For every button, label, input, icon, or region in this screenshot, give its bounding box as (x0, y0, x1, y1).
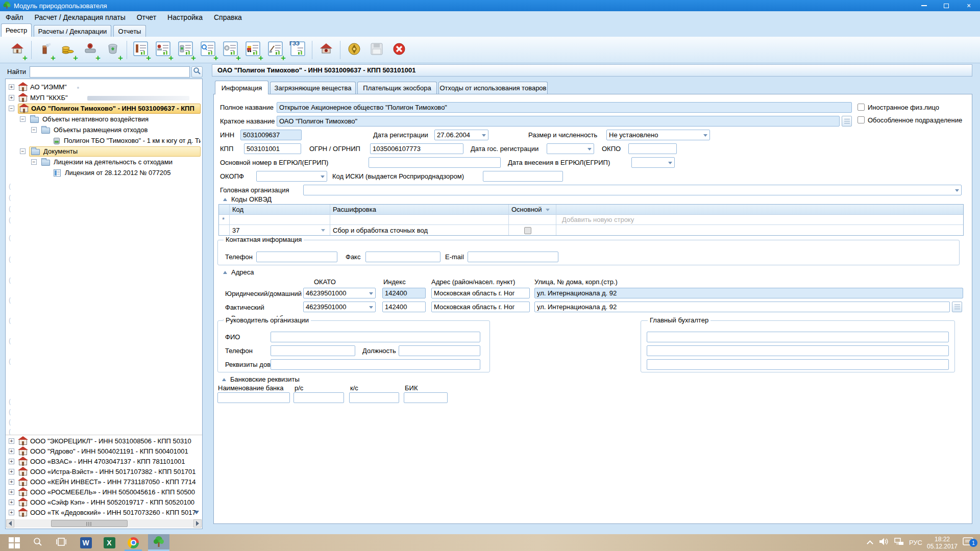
add-organization-button[interactable]: + (6, 39, 29, 61)
scroll-right-button[interactable] (193, 519, 202, 528)
add-waste-site-button[interactable]: + (102, 39, 124, 61)
tree-item-org[interactable]: +ООО «РОСМЕБЕЛЬ» - ИНН 5050045616 - КПП … (6, 487, 202, 497)
actual-index-field[interactable] (382, 302, 426, 312)
tree-item-folder[interactable]: −Объекты размещения отходов (6, 125, 202, 135)
okved-code-cell[interactable]: 37 (232, 225, 239, 236)
reg-date-combo[interactable]: 27.06.2004 (434, 130, 488, 140)
phone-field[interactable] (256, 252, 337, 262)
legal-street-field[interactable] (534, 288, 963, 298)
expand-icon[interactable]: + (9, 489, 14, 495)
actual-okato-combo[interactable]: 46239501000 (303, 302, 376, 312)
rosprirodnadzor-emblem-button[interactable] (343, 39, 365, 61)
expand-icon[interactable]: + (9, 438, 14, 444)
clock[interactable]: 18:2205.12.2017 (925, 534, 960, 551)
tree-item-org[interactable]: +ООО «КЕЙН ИНВЕСТ» - ИНН 7731187050 - КП… (6, 477, 202, 487)
add-gee-report-button[interactable]: ГЭЭ (287, 39, 309, 61)
tree-item-org[interactable]: +ООО "Ядрово" - ИНН 5004021191 - КПП 500… (6, 446, 202, 457)
add-new-row-text[interactable]: Добавить новую строку (562, 215, 634, 224)
collapse-section-icon[interactable] (223, 198, 227, 201)
legal-address-field[interactable] (431, 288, 530, 298)
add-emission-report-button[interactable]: + (130, 39, 152, 61)
legal-index-field[interactable] (382, 288, 426, 298)
organization-card-button[interactable] (315, 39, 337, 61)
legal-okato-combo[interactable]: 46239501000 (303, 288, 376, 298)
tree-item-folder[interactable]: −Объекты негативного воздействия (6, 114, 202, 124)
collapse-icon[interactable]: − (31, 159, 37, 165)
scroll-down-icon[interactable] (194, 511, 199, 514)
task-view-button[interactable] (51, 534, 71, 551)
expand-icon[interactable]: + (9, 499, 14, 505)
collapse-icon[interactable]: − (20, 116, 26, 122)
collapse-section-icon[interactable] (222, 378, 226, 381)
scrollbar-thumb[interactable] (51, 520, 128, 527)
tab-calculations[interactable]: Расчеты / Декларации (34, 25, 111, 37)
fax-field[interactable] (365, 252, 440, 262)
okopf-combo[interactable] (256, 171, 327, 182)
kpp-field[interactable] (244, 143, 301, 154)
separate-division-checkbox[interactable] (857, 116, 865, 123)
tree-item-org[interactable]: +АО "ИЭММ" (6, 82, 202, 92)
delete-button[interactable] (388, 39, 410, 61)
tab-registry[interactable]: Реестр (1, 23, 32, 37)
state-reg-date-combo[interactable] (547, 143, 594, 154)
okved-table-header[interactable] (219, 205, 963, 215)
add-search-report-button[interactable]: + (197, 39, 219, 61)
ks-field[interactable] (349, 392, 399, 403)
tree-item-waste-site[interactable]: Полигон ТБО "Тимохово" - 1 км к югу от д… (6, 136, 202, 146)
iski-field[interactable] (483, 171, 563, 182)
accountant-fio-field[interactable] (647, 332, 949, 342)
add-discharge-valve-button[interactable]: + (79, 39, 102, 61)
expand-icon[interactable]: + (9, 448, 14, 454)
add-discharge-report-button[interactable]: + (152, 39, 175, 61)
position-field[interactable] (399, 345, 480, 356)
tree-item-folder[interactable]: −Лицензии на деятельность с отходами (6, 157, 202, 167)
foreign-person-checkbox[interactable] (857, 104, 865, 111)
collapse-section-icon[interactable] (223, 271, 227, 274)
fio-field[interactable] (271, 332, 480, 342)
filter-icon[interactable] (546, 209, 550, 211)
add-coin-stack-button[interactable]: + (57, 39, 79, 61)
action-center-button[interactable]: 1 (960, 534, 977, 551)
email-field[interactable] (468, 252, 558, 262)
accountant-phone-field[interactable] (647, 345, 949, 356)
expand-icon[interactable]: + (9, 510, 14, 515)
notes-button[interactable] (842, 116, 852, 127)
tree-item-org[interactable]: +ООО «Сэйф Кэп» - ИНН 5052019717 - КПП 5… (6, 497, 202, 508)
short-name-field[interactable] (277, 116, 840, 127)
expand-icon[interactable]: + (9, 459, 14, 464)
tab-eco-fee-payer[interactable]: Плательщик экосбора (357, 82, 437, 94)
menu-settings[interactable]: Настройка (162, 11, 208, 23)
bik-field[interactable] (404, 392, 448, 403)
head-phone-field[interactable] (271, 345, 355, 356)
okved-name-cell[interactable]: Сбор и обработка сточных вод (333, 225, 428, 236)
tree-item-org-selected[interactable]: −ОАО "Полигон Тимохово" - ИНН 5031009637… (6, 104, 202, 114)
address-more-button[interactable] (952, 302, 962, 312)
bank-name-field[interactable] (217, 392, 290, 403)
tree-item-org[interactable]: +ООО "ЭКОРЕЦИКЛ" - ИНН 5031008506 - КПП … (6, 436, 202, 446)
start-button[interactable] (4, 534, 24, 551)
size-combo[interactable]: Не установлено (606, 130, 710, 140)
tree-item-license[interactable]: Лицензия от 28.12.2012 № 077205 (6, 168, 202, 178)
expand-icon[interactable]: + (9, 479, 14, 485)
scroll-left-button[interactable] (6, 519, 14, 528)
language-indicator[interactable]: РУС (906, 534, 925, 551)
tree-item-folder-hot[interactable]: −Документы (6, 146, 202, 157)
add-shovel-report-button[interactable]: + (264, 39, 287, 61)
maximize-button[interactable] (935, 0, 958, 11)
tray-expand-button[interactable] (864, 534, 876, 551)
actual-address-field[interactable] (431, 302, 530, 312)
tree-item-org[interactable]: +МУП "ККХБ" (6, 93, 202, 103)
tree-horizontal-scrollbar[interactable] (6, 519, 202, 528)
tab-reports[interactable]: Отчеты (113, 25, 146, 37)
collapse-icon[interactable]: − (20, 148, 26, 154)
menu-file[interactable]: Файл (0, 11, 29, 23)
word-taskbar-button[interactable]: W (76, 534, 96, 551)
minimize-button[interactable] (913, 0, 935, 11)
okved-main-checkbox[interactable] (524, 227, 531, 234)
expand-icon[interactable]: + (9, 84, 14, 90)
close-button[interactable]: × (958, 0, 980, 11)
search-input[interactable] (30, 66, 190, 78)
rs-field[interactable] (293, 392, 344, 403)
volume-button[interactable] (876, 534, 891, 551)
menu-calculation-declaration[interactable]: Расчет / Декларация платы (29, 11, 131, 23)
